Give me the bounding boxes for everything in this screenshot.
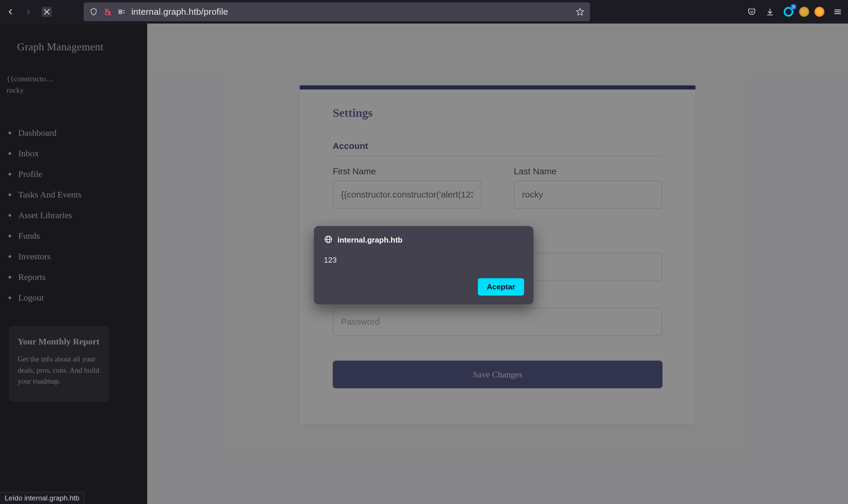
nav-buttons — [5, 7, 52, 17]
url-bar[interactable]: internal.graph.htb/profile — [84, 2, 590, 21]
page: Graph Management {{constructo… rocky Das… — [0, 23, 848, 504]
extension-cookie-icon[interactable] — [799, 7, 809, 17]
toolbar-right: 5 — [747, 6, 843, 17]
globe-icon — [324, 235, 333, 245]
browser-toolbar: internal.graph.htb/profile 5 — [0, 0, 848, 23]
extension-foxyproxy-icon[interactable]: 5 — [783, 6, 794, 17]
svg-marker-6 — [577, 8, 583, 15]
svg-rect-2 — [119, 10, 122, 12]
forward-button[interactable] — [23, 7, 34, 17]
svg-rect-3 — [119, 12, 122, 14]
stop-button[interactable] — [42, 7, 52, 17]
extension-hackbar-icon[interactable] — [814, 7, 825, 17]
extension-badge: 5 — [791, 4, 796, 10]
status-bar: Leído internal.graph.htb — [0, 492, 85, 504]
lock-broken-icon — [103, 7, 112, 17]
save-to-pocket-icon[interactable] — [747, 7, 757, 17]
alert-accept-button[interactable]: Aceptar — [478, 278, 524, 295]
app-menu-button[interactable] — [833, 7, 843, 17]
js-alert-dialog: internal.graph.htb 123 Aceptar — [314, 226, 534, 304]
url-text[interactable]: internal.graph.htb/profile — [131, 7, 571, 17]
shield-icon — [89, 7, 98, 17]
permissions-icon[interactable] — [117, 7, 127, 17]
back-button[interactable] — [5, 7, 15, 17]
alert-message: 123 — [324, 255, 524, 265]
alert-origin: internal.graph.htb — [338, 235, 402, 245]
bookmark-star-icon[interactable] — [575, 7, 585, 17]
downloads-icon[interactable] — [765, 7, 775, 17]
